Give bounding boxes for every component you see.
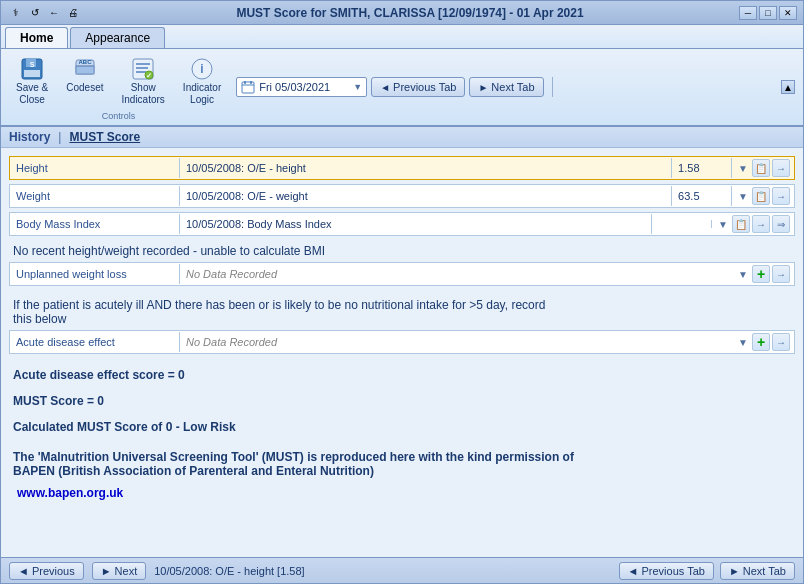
codeset-label: Codeset [66,82,103,94]
copyright-text: The 'Malnutrition Universal Screening To… [9,440,795,482]
restore-button[interactable]: □ [759,6,777,20]
main-window: ⚕ ↺ ← 🖨 MUST Score for SMITH, CLARISSA [… [0,0,804,584]
status-right: ◄ Previous Tab ► Next Tab [619,562,795,580]
status-prev-button[interactable]: ◄ Previous [9,562,84,580]
save-close-button[interactable]: S Save &Close [9,53,55,109]
indicator-logic-button[interactable]: i IndicatorLogic [176,53,228,109]
status-next-icon: ► [101,565,112,577]
date-dropdown-arrow[interactable]: ▼ [353,82,362,92]
indicator-logic-label: IndicatorLogic [183,82,221,106]
weight-book-icon[interactable]: 📋 [752,187,770,205]
unplanned-add-button[interactable]: + [752,265,770,283]
height-number: 1.58 [672,158,732,178]
unplanned-nav-icon[interactable]: → [772,265,790,283]
date-input[interactable]: Fri 05/03/2021 [259,81,349,93]
breadcrumb-separator: | [58,130,61,144]
acute-disease-label: Acute disease effect [10,332,180,352]
print-icon[interactable]: 🖨 [65,5,81,21]
prev-tab-label: Previous Tab [393,81,456,93]
height-dropdown-arrow[interactable]: ▼ [736,163,750,174]
status-prev-label: Previous [32,565,75,577]
prev-tab-button[interactable]: ◄ Previous Tab [371,77,465,97]
height-row: Height 10/05/2008: O/E - height 1.58 ▼ 📋… [9,156,795,180]
unplanned-label: Unplanned weight loss [10,264,180,284]
bmi-extra-icon[interactable]: ⇒ [772,215,790,233]
bapen-link[interactable]: www.bapen.org.uk [17,486,123,500]
bmi-label: Body Mass Index [10,214,180,234]
breadcrumb-bar: History | MUST Score [1,127,803,148]
weight-dropdown-arrow[interactable]: ▼ [736,191,750,202]
file-section: S Save &Close ABC Codeset [9,53,228,121]
must-score: MUST Score = 0 [9,388,795,414]
height-book-icon[interactable]: 📋 [752,159,770,177]
height-nav-icon[interactable]: → [772,159,790,177]
status-next-label: Next [115,565,138,577]
window-title: MUST Score for SMITH, CLARISSA [12/09/19… [81,6,739,20]
breadcrumb-history[interactable]: History [9,130,50,144]
controls-label: Controls [102,111,136,121]
acute-dropdown-arrow[interactable]: ▼ [736,337,750,348]
unplanned-dropdown-arrow[interactable]: ▼ [736,269,750,280]
svg-text:i: i [200,62,203,76]
date-nav-group: Fri 05/03/2021 ▼ ◄ Previous Tab ► Next T… [236,77,552,97]
title-bar-left: ⚕ ↺ ← 🖨 [7,5,81,21]
svg-rect-18 [244,81,246,84]
calculated-score: Calculated MUST Score of 0 - Low Risk [9,414,795,440]
calendar-icon [241,80,255,94]
tab-home[interactable]: Home [5,27,68,48]
status-next-button[interactable]: ► Next [92,562,147,580]
breadcrumb-must-score[interactable]: MUST Score [69,130,140,144]
weight-number: 63.5 [672,186,732,206]
weight-label: Weight [10,186,180,206]
status-next-tab-icon: ► [729,565,740,577]
minimize-button[interactable]: ─ [739,6,757,20]
svg-rect-5 [76,66,94,74]
acute-effect-score: Acute disease effect score = 0 [9,358,795,388]
date-selector[interactable]: Fri 05/03/2021 ▼ [236,77,367,97]
tab-appearance[interactable]: Appearance [70,27,165,48]
status-text: 10/05/2008: O/E - height [1.58] [154,565,610,577]
weight-actions: ▼ 📋 → [732,185,794,207]
back-icon[interactable]: ← [46,5,62,21]
weight-row: Weight 10/05/2008: O/E - weight 63.5 ▼ 📋… [9,184,795,208]
acute-disease-actions: ▼ + → [732,331,794,353]
unplanned-weight-row: Unplanned weight loss No Data Recorded ▼… [9,262,795,286]
acute-add-button[interactable]: + [752,333,770,351]
acute-nav-icon[interactable]: → [772,333,790,351]
next-tab-button[interactable]: ► Next Tab [469,77,543,97]
svg-rect-16 [242,82,254,93]
collapse-button[interactable]: ▲ [781,80,795,94]
toolbar: S Save &Close ABC Codeset [1,49,803,127]
app-icon: ⚕ [7,5,23,21]
bmi-value: 10/05/2008: Body Mass Index [180,214,652,234]
show-indicators-button[interactable]: ✓ ShowIndicators [115,53,172,109]
codeset-icon: ABC [72,56,98,82]
status-next-tab-button[interactable]: ► Next Tab [720,562,795,580]
status-prev-tab-icon: ◄ [628,565,639,577]
show-indicators-label: ShowIndicators [122,82,165,106]
acute-disease-row: Acute disease effect No Data Recorded ▼ … [9,330,795,354]
save-close-icon: S [19,56,45,82]
bmi-nav-icon[interactable]: → [752,215,770,233]
height-label: Height [10,158,180,178]
bmi-number [652,220,712,228]
save-close-label: Save &Close [16,82,48,106]
height-actions: ▼ 📋 → [732,157,794,179]
svg-text:S: S [30,61,35,68]
weight-nav-icon[interactable]: → [772,187,790,205]
close-button[interactable]: ✕ [779,6,797,20]
svg-text:✓: ✓ [146,72,152,79]
status-prev-tab-button[interactable]: ◄ Previous Tab [619,562,714,580]
unplanned-value no-data: No Data Recorded [180,264,732,284]
bmi-dropdown-arrow[interactable]: ▼ [716,219,730,230]
codeset-button[interactable]: ABC Codeset [59,53,110,109]
main-content: Height 10/05/2008: O/E - height 1.58 ▼ 📋… [1,148,803,557]
bapen-url-container: www.bapen.org.uk [9,482,795,508]
title-bar: ⚕ ↺ ← 🖨 MUST Score for SMITH, CLARISSA [… [1,1,803,25]
bmi-book-icon[interactable]: 📋 [732,215,750,233]
refresh-icon[interactable]: ↺ [27,5,43,21]
bmi-actions: ▼ 📋 → ⇒ [712,213,794,235]
toolbar-icons: ↺ ← 🖨 [27,5,81,21]
svg-rect-2 [24,70,40,77]
indicator-logic-icon: i [189,56,215,82]
